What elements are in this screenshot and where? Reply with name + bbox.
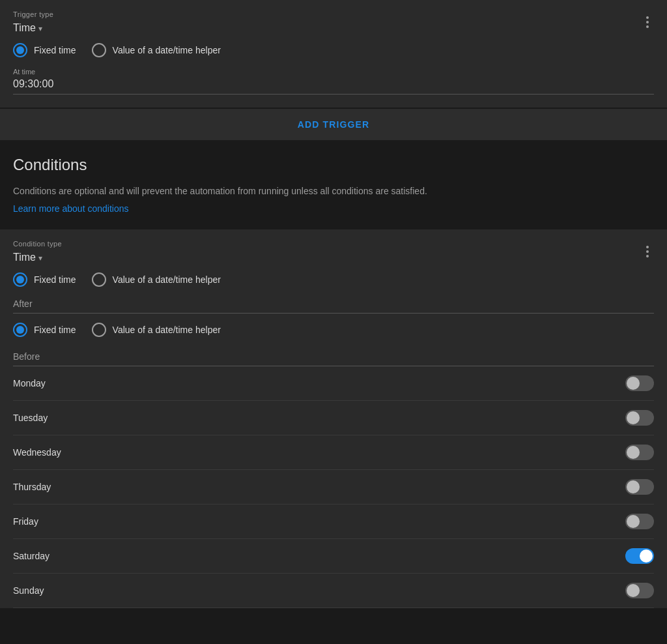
day-toggle-saturday[interactable] — [625, 548, 654, 564]
toggle-knob — [627, 411, 640, 424]
after-fixed-time-radio[interactable] — [13, 323, 27, 337]
day-toggle-monday[interactable] — [625, 375, 654, 391]
after-fixed-time-label: Fixed time — [34, 325, 76, 335]
dot-icon — [646, 21, 649, 23]
condition-card: Condition type Time ▾ Fixed time Value o… — [0, 229, 667, 608]
day-label: Tuesday — [13, 413, 48, 423]
trigger-fixed-time-option[interactable]: Fixed time — [13, 43, 76, 57]
toggle-knob — [627, 515, 640, 528]
trigger-type-row: Trigger type Time ▾ — [13, 10, 654, 34]
radio-inner-dot — [16, 326, 24, 334]
before-label: Before — [13, 351, 654, 366]
day-label: Saturday — [13, 551, 50, 561]
trigger-section: Trigger type Time ▾ Fixed time Value of … — [0, 0, 667, 108]
condition-date-helper-label: Value of a date/time helper — [113, 274, 221, 285]
trigger-type-value: Time — [13, 22, 36, 34]
condition-date-helper-radio[interactable] — [92, 272, 106, 287]
at-time-field-group: At time 09:30:00 — [13, 68, 654, 95]
after-date-helper-radio[interactable] — [92, 323, 106, 337]
day-row: Wednesday — [13, 435, 654, 470]
day-row: Thursday — [13, 470, 654, 505]
condition-type-label: Condition type — [13, 240, 62, 248]
trigger-type-label: Trigger type — [13, 10, 53, 18]
conditions-description: Conditions are optional and will prevent… — [13, 184, 654, 198]
toggle-knob — [627, 446, 640, 459]
day-toggle-friday[interactable] — [625, 514, 654, 529]
trigger-date-helper-label: Value of a date/time helper — [113, 45, 221, 55]
conditions-header: Conditions Conditions are optional and w… — [0, 140, 667, 219]
dot-icon — [646, 255, 649, 257]
condition-type-row: Condition type Time ▾ — [13, 240, 654, 263]
trigger-radio-group: Fixed time Value of a date/time helper — [13, 43, 654, 57]
day-label: Friday — [13, 516, 38, 527]
day-toggle-wednesday[interactable] — [625, 445, 654, 460]
conditions-learn-more-link[interactable]: Learn more about conditions — [13, 203, 128, 214]
toggle-knob — [627, 480, 640, 493]
toggle-knob — [627, 584, 640, 597]
after-label: After — [13, 299, 654, 314]
after-radio-group: Fixed time Value of a date/time helper — [13, 323, 654, 337]
dot-icon — [646, 246, 649, 248]
day-label: Sunday — [13, 585, 44, 596]
day-toggle-thursday[interactable] — [625, 479, 654, 495]
day-toggle-tuesday[interactable] — [625, 410, 654, 426]
day-label: Thursday — [13, 482, 51, 492]
trigger-type-container: Trigger type Time ▾ — [13, 10, 53, 34]
after-date-helper-label: Value of a date/time helper — [113, 325, 221, 335]
condition-fixed-time-option[interactable]: Fixed time — [13, 272, 76, 287]
chevron-down-icon: ▾ — [38, 24, 42, 33]
toggle-knob — [640, 549, 653, 563]
trigger-date-helper-radio[interactable] — [92, 43, 106, 57]
after-date-helper-option[interactable]: Value of a date/time helper — [92, 323, 221, 337]
day-row: Saturday — [13, 539, 654, 574]
radio-inner-dot — [16, 276, 24, 284]
conditions-title: Conditions — [13, 156, 654, 174]
after-section: After Fixed time Value of a date/time he… — [13, 296, 654, 337]
day-toggle-sunday[interactable] — [625, 583, 654, 598]
day-row: Monday — [13, 366, 654, 401]
condition-menu-button[interactable] — [641, 243, 654, 260]
chevron-down-icon: ▾ — [38, 254, 42, 263]
at-time-label: At time — [13, 68, 654, 76]
trigger-menu-button[interactable] — [641, 14, 654, 31]
condition-fixed-time-label: Fixed time — [34, 274, 76, 285]
days-container: Monday Tuesday Wednesday Thursday Friday — [13, 366, 654, 608]
day-label: Wednesday — [13, 447, 61, 458]
radio-inner-dot — [16, 46, 24, 54]
condition-radio-group: Fixed time Value of a date/time helper — [13, 272, 654, 287]
dot-icon — [646, 16, 649, 19]
trigger-type-dropdown[interactable]: Time ▾ — [13, 22, 53, 34]
day-row: Tuesday — [13, 401, 654, 435]
at-time-value[interactable]: 09:30:00 — [13, 78, 654, 95]
condition-type-dropdown[interactable]: Time ▾ — [13, 252, 62, 263]
toggle-knob — [627, 377, 640, 390]
add-trigger-button[interactable]: ADD TRIGGER — [298, 119, 369, 130]
day-label: Monday — [13, 378, 46, 388]
dot-icon — [646, 250, 649, 253]
condition-type-container: Condition type Time ▾ — [13, 240, 62, 263]
day-row: Friday — [13, 505, 654, 539]
trigger-fixed-time-radio[interactable] — [13, 43, 27, 57]
trigger-fixed-time-label: Fixed time — [34, 45, 76, 55]
before-section: Before — [13, 349, 654, 366]
after-fixed-time-option[interactable]: Fixed time — [13, 323, 76, 337]
condition-date-helper-option[interactable]: Value of a date/time helper — [92, 272, 221, 287]
days-section: Monday Tuesday Wednesday Thursday Friday — [13, 366, 654, 608]
trigger-date-helper-option[interactable]: Value of a date/time helper — [92, 43, 221, 57]
condition-type-value: Time — [13, 252, 36, 263]
condition-fixed-time-radio[interactable] — [13, 272, 27, 287]
dot-icon — [646, 25, 649, 28]
day-row: Sunday — [13, 574, 654, 608]
add-trigger-bar: ADD TRIGGER — [0, 109, 667, 140]
